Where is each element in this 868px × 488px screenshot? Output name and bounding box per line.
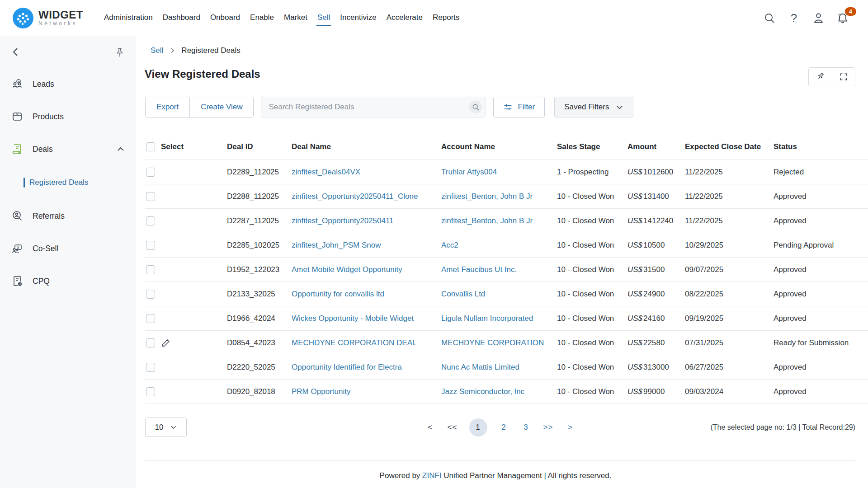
select-all-checkbox[interactable] [146, 142, 155, 151]
deal-id-cell: D1952_122023 [227, 265, 292, 274]
nav-incentivize[interactable]: Incentivize [339, 9, 377, 26]
chevron-up-icon[interactable] [117, 145, 125, 153]
amount-cell: US$10500 [627, 241, 685, 250]
last-page-button[interactable]: >> [543, 423, 554, 432]
row-checkbox[interactable] [146, 387, 155, 396]
nav-onboard[interactable]: Onboard [209, 9, 241, 26]
deal-name-link[interactable]: zinfitest_Opportunty20250411_Clone [292, 192, 441, 201]
deal-name-link[interactable]: MECHDYNE CORPORATION DEAL [292, 338, 441, 347]
column-sales-stage: Sales Stage [557, 142, 627, 151]
account-name-link[interactable]: Acc2 [441, 241, 557, 250]
table-row: D2288_112025 zinfitest_Opportunty2025041… [145, 184, 868, 209]
status-cell: Approved [774, 265, 868, 274]
account-name-link[interactable]: MECHDYNE CORPORATION [441, 338, 557, 347]
active-indicator-bar [24, 178, 25, 188]
notifications-bell-icon[interactable]: 4 [836, 12, 849, 24]
nav-dashboard[interactable]: Dashboard [162, 9, 201, 26]
create-view-button[interactable]: Create View [189, 97, 253, 117]
page-button-1[interactable]: 1 [469, 418, 487, 436]
next-page-button[interactable]: > [565, 423, 576, 432]
deal-name-link[interactable]: PRM Opportunity [292, 387, 441, 396]
account-name-link[interactable]: Nunc Ac Mattis Limited [441, 363, 557, 372]
deal-id-cell: D2285_102025 [227, 241, 292, 250]
deal-name-link[interactable]: zinfitest_Opportunty20250411 [292, 216, 441, 225]
sidebar-item-cpq[interactable]: CPQ [0, 265, 136, 297]
saved-filters-button[interactable]: Saved Filters [554, 97, 633, 117]
row-checkbox[interactable] [146, 241, 155, 250]
account-name-link[interactable]: zinfitest_Benton, John B Jr [441, 192, 557, 201]
amount-cell: US$24900 [627, 290, 685, 299]
column-expected-close-date: Expected Close Date [685, 142, 774, 151]
sales-stage-cell: 10 - Closed Won [557, 241, 627, 250]
deal-name-link[interactable]: Amet Mobile Widget Opportunity [292, 265, 441, 274]
sidebar-pin-icon[interactable] [115, 47, 125, 59]
sidebar-item-label: Co-Sell [33, 244, 58, 253]
user-profile-icon[interactable] [812, 12, 825, 24]
row-checkbox[interactable] [146, 363, 155, 372]
brand-name: WIDGET [38, 9, 83, 20]
account-name-link[interactable]: zinfitest_Benton, John B Jr [441, 216, 557, 225]
sidebar-item-leads[interactable]: Leads [0, 68, 136, 100]
page-button-3[interactable]: 3 [521, 423, 532, 432]
first-page-button[interactable]: << [447, 423, 458, 432]
close-date-cell: 09/19/2025 [685, 314, 774, 323]
sidebar-item-co-sell[interactable]: $ Co-Sell [0, 232, 136, 265]
row-checkbox[interactable] [146, 338, 155, 347]
prev-page-button[interactable]: < [425, 423, 436, 432]
export-button[interactable]: Export [146, 97, 189, 117]
search-icon[interactable] [763, 12, 776, 24]
brand-logo[interactable]: WIDGET Networks [13, 8, 83, 28]
nav-sell[interactable]: Sell [316, 9, 331, 26]
deal-name-link[interactable]: zinfitest_Deals04VX [292, 168, 441, 177]
close-date-cell: 11/22/2025 [685, 168, 774, 177]
co-sell-icon: $ [11, 242, 24, 255]
status-cell: Rejected [774, 168, 868, 177]
row-checkbox[interactable] [146, 216, 155, 225]
sidebar-item-referrals[interactable]: Referrals [0, 200, 136, 232]
account-name-link[interactable]: Jazz Semiconductor, Inc [441, 387, 557, 396]
top-navigation: Administration Dashboard Onboard Enable … [103, 9, 461, 26]
row-checkbox[interactable] [146, 314, 155, 323]
nav-accelerate[interactable]: Accelerate [386, 9, 424, 26]
deal-name-link[interactable]: zinfitest_John_PSM Snow [292, 241, 441, 250]
row-checkbox[interactable] [146, 290, 155, 299]
edit-pencil-icon[interactable] [161, 338, 171, 348]
svg-text:$: $ [17, 245, 19, 249]
sidebar-item-products[interactable]: Products [0, 100, 136, 133]
toolbar: Export Create View Filter Saved Filters [145, 97, 855, 117]
nav-reports[interactable]: Reports [432, 9, 461, 26]
help-icon[interactable]: ? [788, 12, 800, 24]
deal-name-link[interactable]: Opportunity Identified for Electra [292, 363, 441, 372]
column-deal-name: Deal Name [292, 142, 441, 151]
search-input[interactable] [261, 97, 486, 117]
account-name-link[interactable]: Truhlar Attys004 [441, 168, 557, 177]
sidebar-item-label: Leads [33, 80, 54, 89]
sales-stage-cell: 10 - Closed Won [557, 216, 627, 225]
breadcrumb-sell-link[interactable]: Sell [151, 46, 163, 55]
sidebar-collapse-back-icon[interactable] [10, 46, 22, 58]
sidebar-item-deals[interactable]: $ Deals [0, 133, 136, 165]
sidebar-item-registered-deals[interactable]: Registered Deals [0, 165, 136, 200]
nav-administration[interactable]: Administration [103, 9, 154, 26]
status-cell: Pending Approval [774, 241, 868, 250]
row-checkbox[interactable] [146, 192, 155, 201]
account-name-link[interactable]: Convallis Ltd [441, 290, 557, 299]
deal-name-link[interactable]: Wickes Opportunity - Mobile Widget [292, 314, 441, 323]
filter-button[interactable]: Filter [493, 97, 545, 117]
page-button-2[interactable]: 2 [499, 423, 509, 432]
account-name-link[interactable]: Ligula Nullam Incorporated [441, 314, 557, 323]
table-row: D2133_32025 Opportunity for convallis lt… [145, 282, 868, 306]
breadcrumb-chevron-icon [169, 47, 175, 54]
zinfi-link[interactable]: ZINFI [422, 471, 442, 480]
account-name-link[interactable]: Amet Faucibus Ut Inc. [441, 265, 557, 274]
row-checkbox[interactable] [146, 265, 155, 274]
fullscreen-expand-button[interactable] [832, 68, 855, 86]
deal-name-link[interactable]: Opportunity for convallis ltd [292, 290, 441, 299]
row-checkbox[interactable] [146, 168, 155, 177]
nav-enable[interactable]: Enable [249, 9, 275, 26]
amount-cell: US$131400 [627, 192, 685, 201]
nav-market[interactable]: Market [283, 9, 308, 26]
search-box [261, 97, 486, 117]
pin-view-button[interactable] [809, 68, 832, 86]
sales-stage-cell: 10 - Closed Won [557, 363, 627, 372]
